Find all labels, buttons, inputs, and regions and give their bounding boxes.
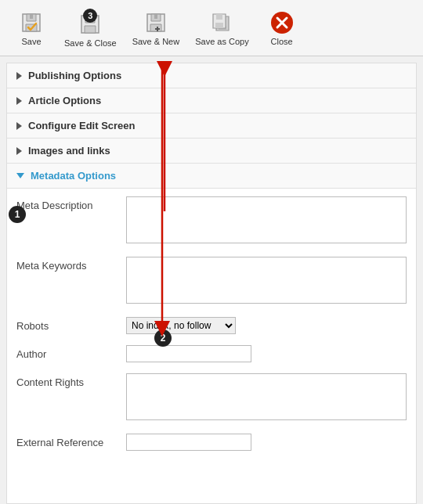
save-copy-button[interactable]: Save as Copy — [189, 7, 255, 49]
meta-description-label: Meta Description — [16, 196, 126, 211]
section-article[interactable]: Article Options — [7, 88, 416, 113]
close-label: Close — [271, 37, 293, 46]
save-label: Save — [21, 37, 41, 46]
article-arrow-icon — [16, 97, 22, 105]
robots-select[interactable]: No index, no follow Use Global Index, Fo… — [126, 317, 236, 334]
images-arrow-icon — [16, 147, 22, 155]
configure-label: Configure Edit Screen — [28, 120, 136, 131]
publishing-label: Publishing Options — [28, 70, 121, 81]
close-button[interactable]: Close — [258, 7, 306, 49]
author-label: Author — [16, 345, 126, 360]
save-close-label: Save & Close — [64, 38, 117, 48]
meta-keywords-input-area — [126, 257, 407, 306]
meta-description-input-area — [126, 196, 407, 246]
external-ref-label: External Reference — [16, 434, 126, 448]
section-metadata[interactable]: Metadata Options — [7, 164, 416, 189]
save-icon — [19, 10, 44, 35]
images-label: Images and links — [28, 145, 110, 157]
meta-keywords-label: Meta Keywords — [16, 257, 126, 272]
author-input-area — [126, 345, 407, 362]
metadata-arrow-icon — [16, 173, 24, 178]
author-row: Author — [16, 345, 407, 362]
save-new-button[interactable]: Save & New — [126, 7, 186, 49]
metadata-body: Meta Description Meta Keywords Robots No… — [7, 189, 416, 470]
external-ref-row: External Reference — [16, 434, 407, 451]
save-copy-button-wrapper: Save as Copy — [189, 7, 255, 49]
save-close-button-wrapper: 3 Save & Close — [58, 5, 123, 51]
author-input[interactable] — [126, 345, 251, 362]
content-rights-textarea[interactable] — [126, 373, 407, 420]
close-icon — [269, 10, 295, 35]
badge-3: 3 — [83, 9, 97, 23]
robots-label: Robots — [16, 317, 126, 332]
toolbar: Save 3 Save & Close — [0, 0, 423, 56]
content-rights-row: Content Rights — [16, 373, 407, 423]
robots-row: Robots No index, no follow Use Global In… — [16, 317, 407, 334]
close-button-wrapper: Close — [258, 7, 306, 49]
section-images[interactable]: Images and links — [7, 139, 416, 164]
section-publishing[interactable]: Publishing Options — [7, 63, 416, 88]
save-copy-label: Save as Copy — [195, 37, 248, 46]
meta-description-textarea[interactable] — [126, 196, 407, 243]
meta-description-row: Meta Description — [16, 196, 407, 246]
metadata-label: Metadata Options — [31, 170, 116, 182]
save-copy-icon — [209, 10, 234, 35]
meta-keywords-row: Meta Keywords — [16, 257, 407, 306]
article-label: Article Options — [28, 95, 101, 106]
publishing-arrow-icon — [16, 72, 22, 80]
save-new-button-wrapper: Save & New — [126, 7, 186, 49]
main-content: Publishing Options Article Options Confi… — [6, 63, 417, 504]
meta-keywords-textarea[interactable] — [126, 257, 407, 304]
external-ref-input[interactable] — [126, 434, 251, 451]
save-button-wrapper: Save — [8, 7, 55, 49]
external-ref-input-area — [126, 434, 407, 451]
robots-input-area: No index, no follow Use Global Index, Fo… — [126, 317, 407, 334]
configure-arrow-icon — [16, 122, 22, 130]
content-rights-input-area — [126, 373, 407, 423]
save-new-icon — [143, 10, 168, 35]
content-rights-label: Content Rights — [16, 373, 126, 388]
save-button[interactable]: Save — [8, 7, 55, 49]
section-configure[interactable]: Configure Edit Screen — [7, 113, 416, 139]
save-new-label: Save & New — [132, 37, 180, 46]
